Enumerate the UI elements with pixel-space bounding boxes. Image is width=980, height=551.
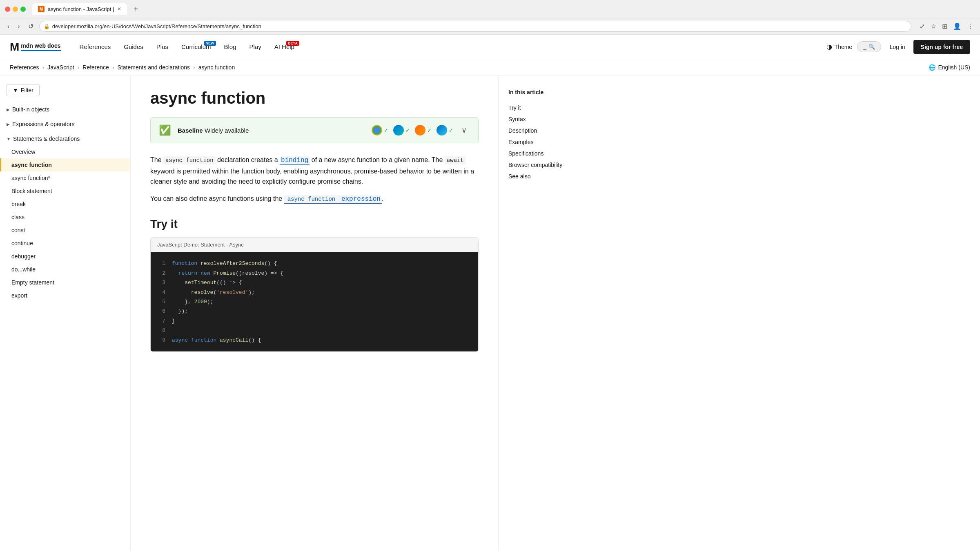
breadcrumb-sep-4: › — [193, 64, 195, 71]
sidebar-item-class[interactable]: class — [0, 211, 130, 224]
toc-item-try-it[interactable]: Try it — [508, 102, 578, 113]
toc-sidebar: In this article Try it Syntax Descriptio… — [498, 76, 588, 551]
nav-guides[interactable]: Guides — [118, 40, 149, 53]
browser-badge-chrome: ✓ — [372, 125, 388, 136]
breadcrumb-reference[interactable]: Reference — [82, 64, 109, 71]
sidebar-group-builtins-header[interactable]: ▶ Built-in objects — [0, 103, 130, 116]
baseline-browsers: ✓ ✓ ✓ ✓ ∨ — [372, 124, 470, 136]
baseline-text: Baseline Widely available — [178, 127, 249, 134]
breadcrumb-statements[interactable]: Statements and declarations — [118, 64, 190, 71]
toc-title: In this article — [508, 89, 578, 96]
baseline-label: Baseline — [178, 127, 203, 134]
binding-link[interactable]: binding — [280, 156, 310, 165]
nav-ai-help[interactable]: AI Help BETA — [269, 40, 300, 53]
sidebar-group-expressions-header[interactable]: ▶ Expressions & operators — [0, 118, 130, 131]
toc-item-examples[interactable]: Examples — [508, 136, 578, 148]
toc-item-see-also[interactable]: See also — [508, 171, 578, 182]
menu-button[interactable]: ⋮ — [965, 21, 975, 32]
toc-item-browser-compat[interactable]: Browser compatibility — [508, 159, 578, 171]
nav-play[interactable]: Play — [244, 40, 267, 53]
sidebar-item-debugger[interactable]: debugger — [0, 250, 130, 263]
sidebar-item-dowhile[interactable]: do...while — [0, 263, 130, 276]
breadcrumb-references[interactable]: References — [10, 64, 39, 71]
intro-code-2: await — [445, 156, 466, 164]
close-dot[interactable] — [5, 7, 10, 12]
sidebar-item-async-function-gen[interactable]: async function* — [0, 171, 130, 184]
sidebar-group-statements-label: Statements & declarations — [13, 136, 80, 142]
nav-plus[interactable]: Plus — [151, 40, 174, 53]
intro-text-1c: of a new async function to a given name.… — [310, 156, 443, 163]
firefox-check: ✓ — [427, 127, 432, 133]
sidebar-item-export[interactable]: export — [0, 289, 130, 302]
tab-favicon: M — [38, 6, 45, 12]
toc-item-syntax[interactable]: Syntax — [508, 113, 578, 125]
refresh-button[interactable]: ↺ — [26, 21, 36, 32]
page-content: The async function declaration creates a… — [150, 155, 479, 352]
breadcrumb-sep-2: › — [78, 64, 80, 71]
try-it-heading: Try it — [150, 218, 479, 231]
sidebar-item-empty[interactable]: Empty statement — [0, 276, 130, 289]
browser-tab[interactable]: M async function - JavaScript | ✕ — [32, 3, 127, 15]
baseline-check-icon: ✅ — [159, 124, 171, 136]
intro-paragraph-1: The async function declaration creates a… — [150, 155, 479, 187]
lock-icon: 🔒 — [44, 24, 50, 29]
logo-text: mdn web docs — [21, 42, 60, 49]
intro-code-1: async function — [163, 156, 216, 164]
sidebar-item-overview[interactable]: Overview — [0, 145, 130, 158]
theme-button[interactable]: ◑ Theme — [826, 43, 853, 51]
forward-button[interactable]: › — [15, 21, 22, 32]
sidebar-group-statements-header[interactable]: ▼ Statements & declarations — [0, 132, 130, 145]
safari-icon — [437, 125, 447, 136]
logo-m-icon: M — [10, 40, 19, 53]
intro-text-3: You can also define async functions usin… — [150, 195, 284, 202]
main-nav: References Guides Plus Curriculum NEW Bl… — [74, 40, 826, 53]
browser-dots — [5, 7, 26, 12]
profile-button[interactable]: 👤 — [951, 21, 963, 32]
nav-curriculum[interactable]: Curriculum NEW — [176, 40, 217, 53]
sidebar-item-continue[interactable]: continue — [0, 237, 130, 250]
address-bar[interactable]: 🔒 developer.mozilla.org/en-US/docs/Web/J… — [39, 21, 911, 32]
bookmark-button[interactable]: ☆ — [929, 21, 938, 32]
sidebar-item-break[interactable]: break — [0, 198, 130, 211]
url-text: developer.mozilla.org/en-US/docs/Web/Jav… — [52, 23, 261, 29]
header-actions: ◑ Theme _ 🔍 Log in Sign up for free — [826, 40, 970, 54]
theme-icon: ◑ — [826, 43, 832, 51]
login-button[interactable]: Log in — [886, 40, 908, 53]
minimize-dot[interactable] — [13, 7, 18, 12]
sidebar-group-statements: ▼ Statements & declarations Overview asy… — [0, 132, 130, 302]
new-tab-button[interactable]: + — [130, 4, 141, 14]
async-function-expression-link[interactable]: async function expression — [284, 195, 382, 204]
breadcrumb-javascript[interactable]: JavaScript — [47, 64, 74, 71]
code-text[interactable]: function resolveAfter2Seconds() { return… — [172, 259, 283, 345]
baseline-expand-button[interactable]: ∨ — [458, 124, 470, 136]
nav-blog[interactable]: Blog — [218, 40, 242, 53]
line-numbers: 123456789 — [157, 259, 165, 345]
intro-text-3b: . — [382, 195, 383, 202]
tab-close-button[interactable]: ✕ — [117, 6, 121, 12]
content-area: async function ✅ Baseline Widely availab… — [131, 76, 498, 551]
maximize-dot[interactable] — [20, 7, 26, 12]
expression-text: expression — [341, 196, 381, 203]
filter-label: Filter — [21, 87, 33, 93]
globe-icon: 🌐 — [929, 64, 935, 71]
extensions-button[interactable]: ⊞ — [940, 21, 949, 32]
toc-item-specifications[interactable]: Specifications — [508, 148, 578, 159]
intro-text-2: keyword is permitted within the function… — [150, 168, 474, 185]
mdn-logo[interactable]: M mdn web docs — [10, 40, 61, 53]
nav-references[interactable]: References — [74, 40, 117, 53]
sidebar-item-const[interactable]: const — [0, 224, 130, 237]
signup-button[interactable]: Sign up for free — [913, 40, 970, 54]
logo-text-group: mdn web docs — [21, 42, 60, 51]
screen-share-button[interactable]: ⤢ — [918, 21, 927, 32]
new-badge: NEW — [204, 41, 216, 46]
language-selector[interactable]: 🌐 English (US) — [929, 64, 970, 71]
filter-button[interactable]: ▼ Filter — [7, 84, 40, 96]
toc-item-description[interactable]: Description — [508, 125, 578, 136]
back-button[interactable]: ‹ — [5, 21, 12, 32]
code-lines: 123456789 function resolveAfter2Seconds(… — [157, 259, 472, 345]
logo-underline — [21, 50, 60, 51]
sidebar-item-async-function[interactable]: async function — [0, 158, 130, 171]
search-button[interactable]: _ 🔍 — [857, 41, 881, 52]
sidebar-item-block[interactable]: Block statement — [0, 184, 130, 198]
chrome-check: ✓ — [384, 127, 388, 133]
